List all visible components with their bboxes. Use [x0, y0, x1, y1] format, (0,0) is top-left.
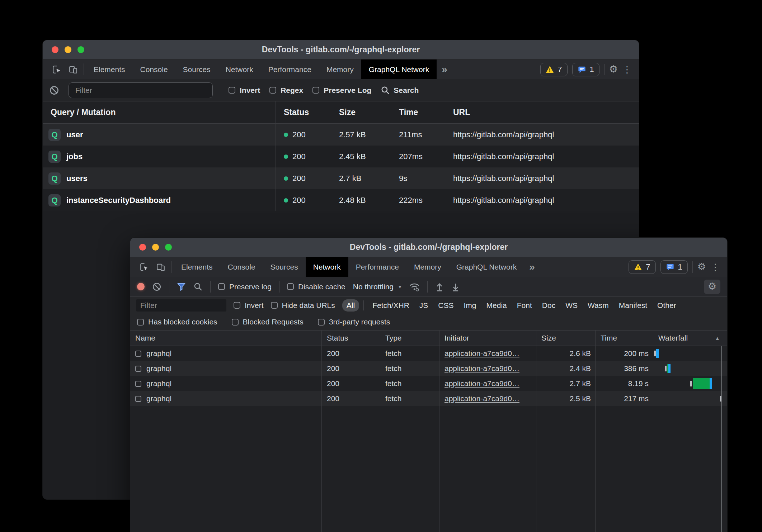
inspect-element-button[interactable]	[136, 260, 152, 274]
column-header-status[interactable]: Status	[322, 331, 380, 346]
tab-graphql-network[interactable]: GraphQL Network	[361, 60, 437, 79]
filter-chip-fetch-xhr[interactable]: Fetch/XHR	[368, 299, 414, 312]
tab-graphql-network[interactable]: GraphQL Network	[449, 257, 524, 277]
column-header-query-mutation[interactable]: Query / Mutation	[43, 101, 276, 123]
row-checkbox[interactable]	[135, 381, 141, 387]
table-row[interactable]: Quser 200 2.57 kB 211ms https://gitlab.c…	[43, 124, 639, 146]
scrollbar[interactable]	[721, 346, 722, 532]
tab-console[interactable]: Console	[220, 257, 263, 277]
column-header-initiator[interactable]: Initiator	[439, 331, 536, 346]
clear-icon[interactable]	[49, 85, 59, 95]
filter-chip-doc[interactable]: Doc	[538, 299, 560, 312]
initiator-link[interactable]: application-a7ca9d0…	[445, 394, 519, 403]
disable-cache-checkbox[interactable]: Disable cache	[287, 282, 345, 291]
column-header-time[interactable]: Time	[596, 331, 653, 346]
row-checkbox[interactable]	[135, 366, 141, 372]
settings-gear-icon[interactable]: ⚙	[697, 262, 706, 272]
toggle-device-toolbar-button[interactable]	[152, 260, 169, 274]
export-har-icon[interactable]	[451, 282, 460, 291]
tab-sources[interactable]: Sources	[175, 60, 218, 79]
warnings-badge[interactable]: 7	[540, 63, 567, 76]
tab-memory[interactable]: Memory	[406, 257, 449, 277]
column-header-status[interactable]: Status	[276, 101, 331, 123]
zoom-window-button[interactable]	[165, 244, 172, 251]
close-window-button[interactable]	[139, 244, 146, 251]
issues-badge[interactable]: 1	[660, 260, 688, 274]
table-row[interactable]: graphql 200 fetch application-a7ca9d0… 2…	[130, 376, 727, 391]
tab-network[interactable]: Network	[218, 60, 261, 79]
table-row[interactable]: QinstanceSecurityDashboard 200 2.48 kB 2…	[43, 189, 639, 211]
column-header-waterfall[interactable]: Waterfall ▲	[653, 331, 727, 346]
throttling-select[interactable]: No throttling ▾	[353, 282, 401, 291]
preserve-log-checkbox[interactable]: Preserve log	[218, 282, 272, 291]
minimize-window-button[interactable]	[65, 46, 71, 53]
preserve-log-checkbox[interactable]: Preserve Log	[312, 86, 371, 95]
tab-elements[interactable]: Elements	[174, 257, 220, 277]
filter-chip-img[interactable]: Img	[460, 299, 481, 312]
warnings-badge[interactable]: 7	[629, 260, 655, 274]
issues-badge[interactable]: 1	[572, 63, 599, 76]
regex-checkbox[interactable]: Regex	[269, 86, 303, 95]
invert-checkbox[interactable]: Invert	[229, 86, 260, 95]
more-tabs-button[interactable]: »	[437, 60, 452, 79]
toggle-device-toolbar-button[interactable]	[65, 62, 81, 77]
column-header-time[interactable]: Time	[391, 101, 445, 123]
checkbox-label: Preserve Log	[324, 86, 371, 95]
invert-checkbox[interactable]: Invert	[234, 301, 264, 310]
record-network-log-button[interactable]	[137, 283, 145, 290]
tab-memory[interactable]: Memory	[319, 60, 361, 79]
more-options-icon[interactable]: ⋮	[711, 262, 720, 272]
row-checkbox[interactable]	[135, 396, 141, 402]
network-filter-input[interactable]	[136, 299, 226, 312]
column-header-size[interactable]: Size	[331, 101, 391, 123]
hide-data-urls-checkbox[interactable]: Hide data URLs	[271, 301, 335, 310]
blocked-requests-checkbox[interactable]: Blocked Requests	[232, 318, 304, 326]
zoom-window-button[interactable]	[77, 46, 84, 53]
filter-chip-css[interactable]: CSS	[434, 299, 458, 312]
filter-chip-font[interactable]: Font	[513, 299, 536, 312]
clear-icon[interactable]	[152, 282, 161, 291]
table-row[interactable]: graphql 200 fetch application-a7ca9d0… 2…	[130, 361, 727, 376]
close-window-button[interactable]	[52, 46, 58, 53]
has-blocked-cookies-checkbox[interactable]: Has blocked cookies	[137, 318, 217, 326]
filter-chip-ws[interactable]: WS	[561, 299, 582, 312]
row-checkbox[interactable]	[135, 351, 141, 357]
tab-network[interactable]: Network	[306, 257, 348, 277]
column-header-type[interactable]: Type	[380, 331, 439, 346]
filter-chip-manifest[interactable]: Manifest	[615, 299, 652, 312]
table-row[interactable]: Qusers 200 2.7 kB 9s https://gitlab.com/…	[43, 167, 639, 189]
filter-chip-all[interactable]: All	[342, 299, 359, 312]
filter-chip-wasm[interactable]: Wasm	[583, 299, 613, 312]
filter-chip-other[interactable]: Other	[653, 299, 681, 312]
search-button[interactable]: Search	[381, 86, 419, 95]
tab-console[interactable]: Console	[133, 60, 175, 79]
network-conditions-icon[interactable]	[409, 282, 420, 291]
network-settings-button[interactable]: ⚙	[704, 280, 720, 294]
tab-performance[interactable]: Performance	[261, 60, 319, 79]
inspect-element-button[interactable]	[48, 62, 65, 77]
more-options-icon[interactable]: ⋮	[622, 65, 632, 74]
settings-gear-icon[interactable]: ⚙	[609, 65, 618, 74]
more-tabs-button[interactable]: »	[524, 257, 540, 277]
import-har-icon[interactable]	[435, 282, 444, 291]
column-header-size[interactable]: Size	[536, 331, 596, 346]
column-header-name[interactable]: Name	[130, 331, 322, 346]
initiator-link[interactable]: application-a7ca9d0…	[445, 379, 519, 388]
graphql-filter-input[interactable]	[69, 82, 213, 98]
initiator-link[interactable]: application-a7ca9d0…	[445, 349, 519, 358]
minimize-window-button[interactable]	[152, 244, 159, 251]
third-party-requests-checkbox[interactable]: 3rd-party requests	[318, 318, 390, 326]
table-row[interactable]: graphql 200 fetch application-a7ca9d0… 2…	[130, 391, 727, 406]
initiator-link[interactable]: application-a7ca9d0…	[445, 364, 519, 373]
filter-funnel-icon[interactable]	[177, 282, 186, 291]
tab-performance[interactable]: Performance	[348, 257, 406, 277]
filter-chip-media[interactable]: Media	[482, 299, 511, 312]
tab-elements[interactable]: Elements	[86, 60, 133, 79]
tab-sources[interactable]: Sources	[263, 257, 306, 277]
table-row[interactable]: Qjobs 200 2.45 kB 207ms https://gitlab.c…	[43, 146, 639, 167]
table-row[interactable]: graphql 200 fetch application-a7ca9d0… 2…	[130, 346, 727, 361]
query-badge: Q	[48, 129, 61, 141]
filter-chip-js[interactable]: JS	[415, 299, 433, 312]
column-header-url[interactable]: URL	[445, 101, 639, 123]
search-icon[interactable]	[193, 282, 203, 291]
